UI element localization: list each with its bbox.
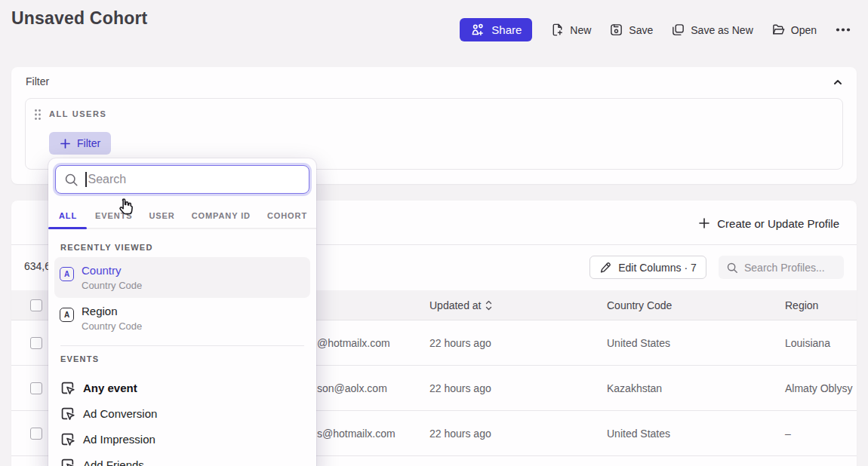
cell-email: s@hotmailx.com [317, 411, 396, 456]
copy-icon [671, 23, 685, 37]
open-folder-icon [771, 23, 786, 37]
save-button[interactable]: Save [609, 23, 653, 37]
cell-region: Louisiana [785, 320, 830, 366]
ellipsis-icon [835, 23, 851, 37]
cell-updated-at: 22 hours ago [429, 320, 491, 366]
add-filter-button[interactable]: Filter [49, 132, 111, 155]
event-icon [60, 431, 75, 447]
cell-country-code: United States [607, 320, 670, 366]
property-a-icon: A [60, 267, 74, 281]
dropdown-item-ad-conversion[interactable]: Ad Conversion [54, 400, 310, 426]
search-icon [64, 173, 78, 187]
dropdown-item-region[interactable]: A Region Country Code [54, 298, 310, 339]
dropdown-search-input[interactable]: Search [55, 165, 309, 194]
cell-country-code: United States [607, 411, 670, 456]
dropdown-tabs: ALL EVENTS USER COMPANY ID COHORT [48, 202, 316, 229]
drag-handle[interactable] [34, 109, 42, 121]
share-users-icon [470, 23, 485, 38]
cell-email: @hotmailx.com [317, 320, 390, 366]
select-all-checkbox[interactable] [30, 299, 42, 311]
cell-updated-at: 22 hours ago [429, 411, 491, 456]
toolbar: Share New Save Save as New Open [460, 18, 851, 41]
divider [60, 345, 304, 346]
event-icon [60, 380, 75, 396]
search-icon [726, 262, 738, 274]
dropdown-item-country[interactable]: A Country Country Code [54, 257, 310, 298]
event-icon [60, 457, 75, 466]
cell-region: – [785, 411, 791, 456]
text-cursor [85, 172, 87, 187]
cell-email: son@aolx.com [317, 366, 387, 411]
property-dropdown: Search ALL EVENTS USER COMPANY ID COHORT… [48, 158, 316, 466]
search-placeholder: Search [88, 173, 127, 186]
property-a-icon: A [60, 308, 74, 322]
filter-section-title: Filter [26, 75, 49, 87]
row-checkbox[interactable] [30, 382, 42, 394]
column-header-region[interactable]: Region [785, 290, 818, 320]
search-profiles-input[interactable]: Search Profiles... [719, 256, 844, 279]
row-checkbox[interactable] [30, 337, 42, 349]
events-header: EVENTS [60, 354, 99, 363]
more-options-button[interactable] [835, 23, 851, 37]
column-header-updated-at[interactable]: Updated at [429, 290, 492, 320]
new-document-icon [550, 23, 565, 37]
row-checkbox[interactable] [30, 428, 42, 440]
page-title: Unsaved Cohort [11, 8, 147, 29]
collapse-chevron-up-icon[interactable] [833, 77, 843, 87]
event-icon [60, 406, 75, 422]
open-button[interactable]: Open [771, 23, 817, 37]
cell-updated-at: 22 hours ago [429, 366, 491, 411]
recently-viewed-header: RECENTLY VIEWED [60, 243, 153, 252]
create-or-update-profile-button[interactable]: Create or Update Profile [698, 214, 839, 232]
dropdown-item-add-friends[interactable]: Add Friends [54, 452, 310, 466]
share-button[interactable]: Share [460, 18, 532, 41]
tab-user[interactable]: USER [141, 202, 183, 229]
plus-icon [698, 217, 710, 229]
all-users-label: ALL USERS [49, 109, 107, 118]
dropdown-item-ad-impression[interactable]: Ad Impression [54, 426, 310, 452]
pencil-icon [599, 262, 611, 274]
profile-count: 634,6 [24, 260, 51, 272]
new-button[interactable]: New [550, 23, 591, 37]
save-icon [609, 23, 623, 37]
tab-company-id[interactable]: COMPANY ID [183, 202, 259, 229]
edit-columns-button[interactable]: Edit Columns · 7 [589, 256, 706, 279]
tab-all[interactable]: ALL [48, 202, 87, 229]
cell-region: Almaty Oblysy [785, 366, 852, 411]
cell-country-code: Kazakhstan [607, 366, 662, 411]
tab-cohort[interactable]: COHORT [259, 202, 315, 229]
mouse-cursor-hand-icon [115, 197, 135, 217]
plus-icon [60, 138, 71, 149]
save-as-new-button[interactable]: Save as New [671, 23, 753, 37]
sort-icon[interactable] [485, 300, 492, 311]
dropdown-item-any-event[interactable]: Any event [54, 375, 310, 400]
column-header-country-code[interactable]: Country Code [607, 290, 672, 320]
